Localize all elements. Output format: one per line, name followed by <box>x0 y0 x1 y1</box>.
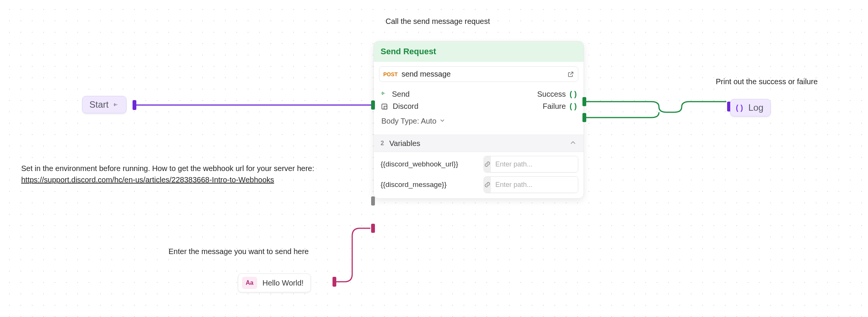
start-label: Start <box>89 99 109 110</box>
annotation-env: Set in the environment before running. H… <box>21 163 324 185</box>
send-request-card[interactable]: Send Request POST send message Send Succ… <box>373 41 584 199</box>
variable-row-webhook: {{discord_webhook_url}} <box>374 152 584 173</box>
io-row-failure: Discord Failure ( ) <box>379 101 578 113</box>
annotation-print-out: Print out the success or failure <box>716 76 818 87</box>
svg-rect-1 <box>384 106 387 109</box>
variables-bar[interactable]: 2 Variables <box>374 135 584 152</box>
start-output-port[interactable] <box>133 100 136 110</box>
send-label: Send <box>392 90 410 99</box>
chevron-up-icon <box>569 139 577 148</box>
flow-canvas[interactable]: Call the send message request Set in the… <box>0 0 868 317</box>
failure-output-port[interactable] <box>582 113 586 122</box>
annotation-env-prefix: Set in the environment before running. H… <box>21 164 314 173</box>
failure-paren-icon: ( ) <box>570 102 577 111</box>
path-input-wrap <box>484 176 578 193</box>
request-row[interactable]: POST send message <box>379 66 578 82</box>
chevron-down-icon <box>439 117 445 126</box>
text-icon: Aa <box>242 277 257 289</box>
discord-label: Discord <box>393 102 418 111</box>
path-input-wrap <box>484 156 578 173</box>
annotation-enter-msg: Enter the message you want to send here <box>169 246 309 257</box>
body-type-dropdown[interactable]: Body Type: Auto <box>379 113 578 129</box>
variable-row-message: {{discord_message}} <box>374 173 584 198</box>
link-icon[interactable] <box>484 156 491 172</box>
request-name: send message <box>401 70 567 78</box>
body-type-label: Body Type: Auto <box>381 117 436 126</box>
variable-name: {{discord_webhook_url}} <box>381 160 480 168</box>
variables-count: 2 <box>381 140 384 147</box>
io-row-send: Send Success ( ) <box>379 87 578 101</box>
card-header: Send Request <box>374 41 584 62</box>
success-paren-icon: ( ) <box>570 90 577 99</box>
success-output-port[interactable] <box>582 97 586 106</box>
broadcast-in-icon <box>381 89 388 99</box>
variable-name: {{discord_message}} <box>381 180 480 189</box>
http-method: POST <box>383 71 398 77</box>
hello-output-port[interactable] <box>333 277 336 287</box>
annotation-top: Call the send message request <box>386 16 490 27</box>
card-title: Send Request <box>381 47 577 56</box>
link-icon[interactable] <box>484 177 491 193</box>
broadcast-icon <box>112 100 121 109</box>
variables-label: Variables <box>389 139 420 148</box>
send-input-port[interactable] <box>371 100 375 110</box>
log-node[interactable]: ( ) Log <box>730 99 771 116</box>
open-external-icon[interactable] <box>567 71 574 78</box>
annotation-env-link[interactable]: https://support.discord.com/hc/en-us/art… <box>21 176 274 184</box>
start-node[interactable]: Start <box>82 96 126 113</box>
hello-world-label: Hello World! <box>262 279 304 287</box>
path-input[interactable] <box>491 156 578 172</box>
success-label: Success <box>537 90 566 99</box>
var-message-input-port[interactable] <box>371 224 375 233</box>
hello-world-node[interactable]: Aa Hello World! <box>238 273 311 292</box>
var-webhook-input-port[interactable] <box>371 196 375 206</box>
failure-label: Failure <box>543 102 566 111</box>
card-body: POST send message Send Success ( ) <box>374 62 584 135</box>
parentheses-icon: ( ) <box>736 104 743 112</box>
discord-icon <box>381 103 388 110</box>
log-label: Log <box>748 102 763 113</box>
path-input[interactable] <box>491 177 578 193</box>
